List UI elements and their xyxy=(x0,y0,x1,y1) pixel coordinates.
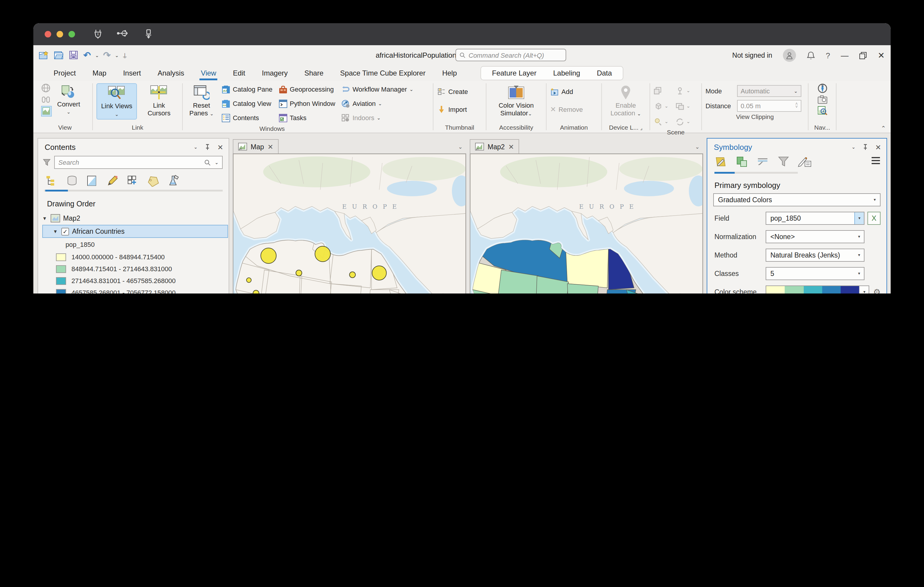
zoom-traffic-light[interactable] xyxy=(68,31,75,38)
list-by-drawing-order-icon[interactable] xyxy=(46,175,58,187)
catalog-view-button[interactable]: Catalog View xyxy=(221,97,272,109)
tasks-button[interactable]: Tasks xyxy=(278,112,335,124)
restore-button[interactable] xyxy=(860,51,867,59)
close-tab-icon[interactable]: ✕ xyxy=(508,143,514,151)
indoors-button[interactable]: Indoors⌄ xyxy=(341,112,413,124)
scene-layers-icon[interactable] xyxy=(654,87,662,94)
new-project-icon[interactable] xyxy=(39,50,50,61)
usb-icon[interactable] xyxy=(117,29,130,38)
convert-button[interactable]: Convert⌄ xyxy=(54,83,83,117)
catalog-pane-button[interactable]: Catalog Pane xyxy=(221,83,272,95)
legend-swatch[interactable] xyxy=(56,265,66,273)
menu-icon[interactable] xyxy=(871,156,881,167)
save-project-icon[interactable] xyxy=(68,50,79,61)
add-animation-button[interactable]: Add xyxy=(550,86,583,97)
display-arrow-icon[interactable] xyxy=(144,29,153,39)
redo-icon[interactable]: ↷ xyxy=(103,50,111,61)
contents-button[interactable]: Contents xyxy=(221,112,272,124)
workflow-manager-button[interactable]: Workflow Manager⌄ xyxy=(341,83,413,95)
advanced-symbology-icon[interactable] xyxy=(798,155,812,168)
globe-icon[interactable] xyxy=(41,83,51,93)
power-plug-icon[interactable]: x xyxy=(94,29,102,39)
pane-menu-icon[interactable]: ⌄ xyxy=(851,145,855,150)
tab-list-chevron[interactable]: ⌄ xyxy=(458,144,463,150)
map2-tab[interactable]: Map2 ✕ xyxy=(470,139,520,153)
scene-window-icon[interactable] xyxy=(675,102,684,110)
tab-insert[interactable]: Insert xyxy=(115,67,149,80)
tab-labeling[interactable]: Labeling xyxy=(545,67,589,80)
help-icon[interactable]: ? xyxy=(826,51,830,60)
tree-item-african-countries[interactable]: ▼ ✓ African Countries xyxy=(42,225,228,238)
tab-analysis[interactable]: Analysis xyxy=(149,67,192,80)
tab-edit[interactable]: Edit xyxy=(224,67,253,80)
scene-light-icon[interactable] xyxy=(654,117,662,125)
legend-swatch[interactable] xyxy=(56,277,66,284)
tab-list-chevron[interactable]: ⌄ xyxy=(695,144,700,150)
legend-swatch[interactable] xyxy=(56,289,66,294)
list-by-labeling-icon[interactable] xyxy=(147,175,159,187)
legend-swatch[interactable] xyxy=(56,253,66,261)
redo-dropdown[interactable]: ⌄ xyxy=(115,53,119,58)
map-view-icon[interactable] xyxy=(41,106,52,117)
tab-help[interactable]: Help xyxy=(434,67,465,80)
vary-symbology-icon[interactable] xyxy=(735,155,748,168)
enable-location-button[interactable]: EnableLocation ⌄ xyxy=(607,83,644,118)
undo-dropdown[interactable]: ⌄ xyxy=(95,53,99,58)
scene-cube-icon[interactable] xyxy=(654,102,662,110)
command-search-input[interactable]: Command Search (Alt+Q) xyxy=(455,49,566,61)
clipping-mode-select[interactable]: Automatic⌄ xyxy=(737,85,801,97)
tab-data[interactable]: Data xyxy=(589,67,620,80)
open-project-icon[interactable] xyxy=(54,50,64,61)
close-pane-icon[interactable]: ✕ xyxy=(875,143,881,151)
field-select[interactable]: pop_1850▾ xyxy=(766,212,865,225)
remove-animation-button[interactable]: ✕ Remove xyxy=(550,104,583,115)
undo-icon[interactable]: ↶ xyxy=(83,50,91,61)
customize-qat-icon[interactable]: ⍊ xyxy=(123,52,127,59)
notifications-bell-icon[interactable] xyxy=(807,51,815,60)
list-by-snapping-icon[interactable] xyxy=(127,175,139,187)
primary-symbology-icon[interactable] xyxy=(714,155,728,168)
tab-project[interactable]: Project xyxy=(45,67,84,80)
color-scheme-select[interactable]: ▾ xyxy=(766,286,870,294)
color-vision-simulator-button[interactable]: Color Vision Simulator⌄ xyxy=(490,83,542,118)
minimize-button[interactable]: — xyxy=(841,51,849,60)
list-by-charts-icon[interactable] xyxy=(167,175,179,187)
list-by-editing-icon[interactable] xyxy=(107,175,119,187)
filter-icon[interactable] xyxy=(43,158,51,166)
create-thumbnail-button[interactable]: Create xyxy=(437,86,468,97)
scene-sync-icon[interactable] xyxy=(675,117,684,125)
geoprocessing-button[interactable]: Geoprocessing xyxy=(278,83,335,95)
close-pane-icon[interactable]: ✕ xyxy=(217,143,223,151)
scene-tree-icon[interactable] xyxy=(675,87,684,94)
tree-item-map2[interactable]: ▼ Map2 xyxy=(38,212,229,225)
symbol-layer-drawing-icon[interactable] xyxy=(756,155,769,168)
close-traffic-light[interactable] xyxy=(45,31,51,38)
method-select[interactable]: Natural Breaks (Jenks)▾ xyxy=(766,248,865,262)
compass-icon[interactable]: N xyxy=(817,83,827,94)
map1-canvas[interactable]: A F R I C AE U R O P Eu t hn t i ce a n xyxy=(233,153,466,294)
sign-in-status[interactable]: Not signed in xyxy=(732,52,772,59)
layer-checkbox[interactable]: ✓ xyxy=(61,227,69,235)
tab-view[interactable]: View xyxy=(193,67,225,80)
collapse-ribbon-icon[interactable]: ⌃ xyxy=(881,125,886,132)
set-expression-button[interactable]: X xyxy=(868,212,881,225)
account-avatar[interactable] xyxy=(783,49,796,62)
map1-tab[interactable]: Map ✕ xyxy=(233,139,279,153)
map2-canvas[interactable]: E U R O P Eu t hn t i ce a n xyxy=(470,153,703,294)
zoom-tools-icon[interactable] xyxy=(817,106,827,115)
tab-imagery[interactable]: Imagery xyxy=(254,67,296,80)
pin-icon[interactable] xyxy=(205,144,210,150)
pin-icon[interactable] xyxy=(863,144,868,150)
pane-menu-icon[interactable]: ⌄ xyxy=(193,145,197,150)
link-views-button[interactable]: Link Views ⌄ xyxy=(96,83,137,120)
binoculars-icon[interactable] xyxy=(41,95,51,104)
link-cursors-button[interactable]: Link Cursors xyxy=(139,83,178,118)
list-by-data-source-icon[interactable] xyxy=(66,175,78,187)
list-by-selection-icon[interactable] xyxy=(86,175,98,187)
primary-symbology-select[interactable]: Graduated Colors▾ xyxy=(713,193,881,206)
classes-select[interactable]: 5▾ xyxy=(766,267,865,280)
tab-space-time-cube-explorer[interactable]: Space Time Cube Explorer xyxy=(332,67,434,80)
tab-feature-layer[interactable]: Feature Layer xyxy=(484,67,545,80)
close-tab-icon[interactable]: ✕ xyxy=(267,143,273,151)
aviation-button[interactable]: Aviation⌄ xyxy=(341,97,413,109)
